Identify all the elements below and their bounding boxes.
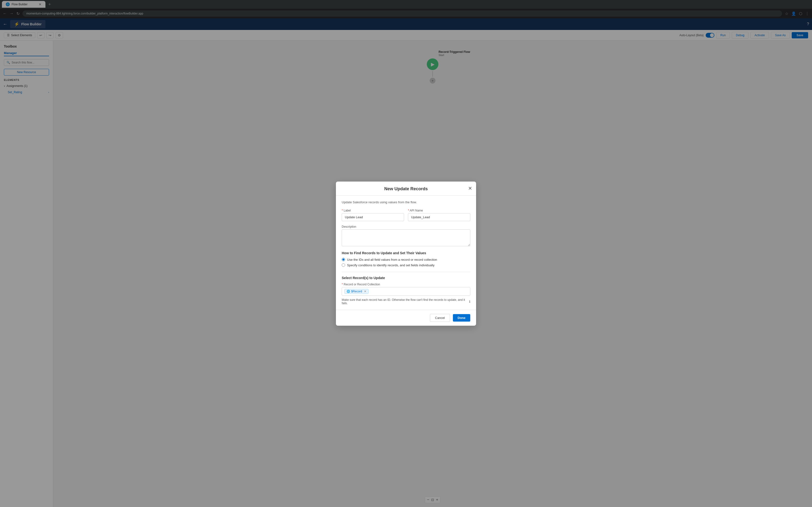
modal-body: Update Salesforce records using values f… xyxy=(336,195,476,310)
info-text: Make sure that each record has an ID. Ot… xyxy=(342,298,470,305)
modal-close-button[interactable]: ✕ xyxy=(468,185,472,191)
label-required-star: * xyxy=(342,209,344,212)
select-records-title: Select Record(s) to Update xyxy=(342,276,470,280)
modal-header: New Update Records ✕ xyxy=(336,181,476,195)
how-to-find-title: How to Find Records to Update and Set Th… xyxy=(342,251,470,255)
label-group: * Label xyxy=(342,209,404,221)
description-textarea[interactable] xyxy=(342,229,470,246)
record-input-wrapper[interactable]: 🌐 $Record ✕ xyxy=(342,287,470,296)
modal-footer: Cancel Done xyxy=(336,310,476,326)
radio-label-2: Specify conditions to identify records, … xyxy=(347,264,435,267)
radio-group: Use the IDs and all field values from a … xyxy=(342,258,470,267)
record-tag: 🌐 $Record ✕ xyxy=(344,289,368,294)
radio-label-1: Use the IDs and all field values from a … xyxy=(347,258,437,262)
modal: New Update Records ✕ Update Salesforce r… xyxy=(336,181,476,326)
description-label: Description xyxy=(342,225,470,228)
globe-icon: 🌐 xyxy=(347,290,350,293)
select-records-section: Select Record(s) to Update * Record or R… xyxy=(342,276,470,305)
done-button[interactable]: Done xyxy=(453,314,470,322)
radio-option-1[interactable]: Use the IDs and all field values from a … xyxy=(342,258,470,262)
modal-title: New Update Records xyxy=(384,186,428,191)
record-required-star: * xyxy=(342,283,344,286)
api-name-label: * API Name xyxy=(408,209,470,212)
record-collection-label: * Record or Record Collection xyxy=(342,283,470,286)
description-group: Description xyxy=(342,225,470,246)
record-collection-group: * Record or Record Collection 🌐 $Record … xyxy=(342,283,470,296)
modal-overlay: New Update Records ✕ Update Salesforce r… xyxy=(0,0,812,507)
label-field-label: * Label xyxy=(342,209,404,212)
api-name-input[interactable] xyxy=(408,213,470,221)
record-remove-button[interactable]: ✕ xyxy=(364,290,366,293)
label-input[interactable] xyxy=(342,213,404,221)
modal-subtitle: Update Salesforce records using values f… xyxy=(342,201,470,204)
radio-input-1[interactable] xyxy=(342,258,345,261)
api-name-group: * API Name xyxy=(408,209,470,221)
how-to-find-section: How to Find Records to Update and Set Th… xyxy=(342,251,470,267)
cancel-button[interactable]: Cancel xyxy=(430,314,450,322)
record-tag-label: $Record xyxy=(351,290,362,293)
radio-option-2[interactable]: Specify conditions to identify records, … xyxy=(342,264,470,267)
info-icon: ℹ xyxy=(469,300,470,303)
radio-input-2[interactable] xyxy=(342,264,345,267)
info-text-content: Make sure that each record has an ID. Ot… xyxy=(342,298,468,305)
label-api-row: * Label * API Name xyxy=(342,209,470,221)
